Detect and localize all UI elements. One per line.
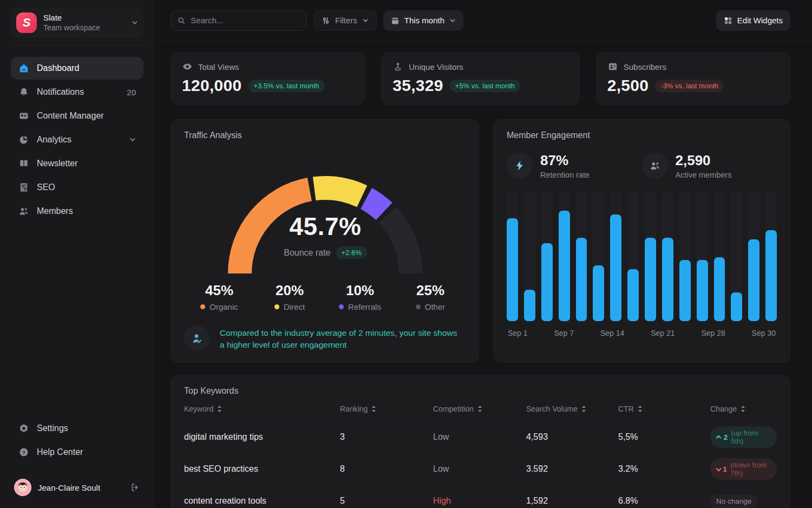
engagement-stats: 87% Retention rate 2,590 Active members: [507, 152, 777, 179]
cell-competition: High: [433, 496, 526, 506]
bar: [714, 191, 725, 321]
legend-item-referrals: 10% Referrals: [325, 282, 395, 311]
content-card-icon: [18, 110, 29, 121]
sidebar-item-members[interactable]: Members: [11, 200, 143, 223]
user-name: Jean-Claire Soult: [38, 483, 124, 492]
col-header-competition[interactable]: Competition: [433, 405, 526, 413]
calendar-icon: [391, 16, 400, 25]
x-tick: Sep 14: [600, 329, 624, 337]
bounce-rate-delta-badge: +2.6%: [336, 246, 367, 259]
stat-value: 35,329: [392, 76, 443, 95]
period-selector[interactable]: This month: [383, 10, 463, 31]
cell-competition: Low: [433, 464, 526, 474]
col-header-keyword[interactable]: Keyword: [184, 405, 340, 413]
table-row[interactable]: best SEO practices 8 Low 3.592 3.2% 1(do…: [184, 453, 777, 485]
search-input[interactable]: [191, 16, 300, 25]
filters-button[interactable]: Filters: [313, 10, 377, 31]
sidebar-item-label: Dashboard: [37, 63, 136, 73]
bar: [731, 191, 742, 321]
avatar: [14, 479, 31, 496]
col-header-change[interactable]: Change: [710, 405, 777, 413]
edit-widgets-button[interactable]: Edit Widgets: [716, 10, 790, 31]
sidebar-item-newsletter[interactable]: Newsletter: [11, 152, 143, 175]
sidebar-item-label: Newsletter: [37, 159, 136, 168]
svg-text:?: ?: [22, 450, 25, 455]
cell-volume: 4,593: [526, 432, 618, 442]
sidebar-item-seo[interactable]: SEO: [11, 176, 143, 199]
x-tick: Sep 28: [701, 329, 725, 337]
users-icon: [649, 160, 661, 172]
active-members-label: Active members: [676, 171, 732, 179]
engagement-note: Compared to the industry average of 2 mi…: [184, 325, 466, 351]
retention-stat: 87% Retention rate: [507, 152, 642, 179]
workspace-logo: S: [16, 12, 37, 33]
cell-keyword: content creation tools: [184, 496, 340, 506]
cell-ctr: 5,5%: [618, 432, 710, 442]
eye-icon: [182, 61, 193, 72]
change-badge: No change: [710, 494, 757, 508]
sidebar-item-settings[interactable]: Settings: [11, 417, 143, 440]
sort-icon: [741, 406, 745, 412]
sort-icon: [638, 406, 643, 412]
col-header-ranking[interactable]: Ranking: [340, 405, 433, 413]
bar: [507, 191, 518, 321]
legend-percent: 10%: [325, 282, 395, 299]
gear-icon: [18, 423, 29, 434]
x-tick: Sep 21: [651, 329, 675, 337]
table-row[interactable]: content creation tools 5 High 1,592 6.8%…: [184, 485, 777, 508]
user-profile[interactable]: Jean-Claire Soult: [11, 479, 143, 496]
col-header-ctr[interactable]: CTR: [618, 405, 710, 413]
topbar: Filters This month Edit Widgets: [154, 0, 812, 41]
cell-ranking: 5: [340, 496, 433, 506]
x-tick: Sep 1: [508, 329, 528, 337]
member-engagement-card: Member Engagement 87% Retention rate 2,5…: [493, 119, 790, 363]
chevron-down-icon: [449, 17, 456, 24]
bar: [524, 191, 535, 321]
workspace-switcher[interactable]: S Slate Team workspace: [11, 8, 143, 38]
sidebar-item-content-manager[interactable]: Content Manager: [11, 105, 143, 127]
legend-percent: 25%: [395, 282, 466, 299]
legend-label: Organic: [209, 302, 238, 311]
sidebar-item-dashboard[interactable]: Dashboard: [11, 57, 143, 80]
bounce-rate-value: 45.7%: [184, 212, 467, 241]
sidebar: S Slate Team workspace Dashboard Notific…: [0, 0, 154, 508]
chevron-down-icon: [129, 136, 136, 143]
sort-icon: [371, 406, 376, 412]
active-members-value: 2,590: [676, 152, 732, 169]
sort-icon: [217, 406, 222, 412]
bar: [748, 191, 759, 321]
main-area: Filters This month Edit Widgets Total Vi…: [154, 0, 812, 508]
bar: [610, 191, 621, 321]
bar: [593, 191, 604, 321]
x-tick: Sep 7: [554, 329, 574, 337]
pie-chart-icon: [18, 134, 29, 145]
sidebar-item-label: Analytics: [37, 135, 122, 145]
cell-ctr: 3.2%: [618, 464, 710, 474]
gauge-segment-referrals: [366, 198, 384, 211]
search-box[interactable]: [171, 10, 307, 31]
legend-item-other: 25% Other: [395, 282, 466, 311]
sidebar-item-analytics[interactable]: Analytics: [11, 128, 143, 151]
cell-keyword: best SEO practices: [184, 464, 340, 474]
subscriber-badge-icon: [607, 61, 618, 72]
direct-dot: [274, 304, 279, 309]
traffic-analysis-card: Traffic Analysis 45.7% Bounce rate +2.6%…: [171, 119, 479, 363]
stat-card-subscribers: Subscribers 2,500 -3% vs. last month: [596, 52, 790, 105]
bounce-rate-label: Bounce rate: [284, 248, 330, 258]
retention-value: 87%: [540, 152, 590, 169]
sort-icon: [477, 406, 482, 412]
keywords-table-header: Keyword Ranking Competition Search Volum…: [184, 405, 777, 421]
table-row[interactable]: digital marketing tips 3 Low 4,593 5,5% …: [184, 421, 777, 453]
sidebar-item-notifications[interactable]: Notifications 20: [11, 81, 143, 103]
change-badge: 1(down from 7th): [710, 458, 777, 480]
home-icon: [18, 63, 29, 74]
sidebar-item-help-center[interactable]: ? Help Center: [11, 441, 143, 464]
logout-icon[interactable]: [130, 483, 140, 492]
sidebar-item-label: Settings: [37, 424, 136, 433]
legend-percent: 45%: [184, 282, 254, 299]
search-icon: [178, 16, 185, 25]
legend-label: Direct: [284, 302, 305, 311]
cell-ranking: 8: [340, 464, 433, 474]
col-header-search-volume[interactable]: Search Volume: [526, 405, 618, 413]
chevron-down-icon: [132, 19, 138, 26]
